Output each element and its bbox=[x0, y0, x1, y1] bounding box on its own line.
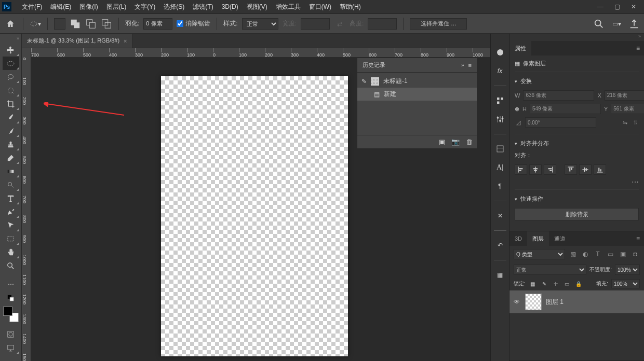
menu-view[interactable]: 视图(V) bbox=[243, 0, 272, 14]
tab-channels[interactable]: 通道 bbox=[549, 231, 571, 246]
fill-select[interactable]: 100% bbox=[611, 279, 640, 288]
marquee-tool[interactable] bbox=[3, 57, 19, 70]
history-snapshot-icon[interactable]: 📷 bbox=[451, 138, 460, 146]
lasso-tool[interactable] bbox=[3, 70, 19, 84]
quick-actions-section[interactable]: ▾快速操作 bbox=[515, 193, 639, 205]
menu-help[interactable]: 帮助(H) bbox=[336, 0, 365, 14]
history-create-doc-icon[interactable]: ▣ bbox=[439, 138, 445, 146]
layer-filter-select[interactable]: Q 类型 bbox=[514, 249, 565, 259]
menu-file[interactable]: 文件(F) bbox=[18, 0, 46, 14]
color-swatch[interactable] bbox=[3, 307, 19, 322]
filter-smart-icon[interactable]: ▣ bbox=[618, 249, 627, 259]
minimize-icon[interactable]: — bbox=[592, 1, 609, 13]
history-panel-icon[interactable]: ↶ bbox=[494, 239, 506, 252]
opacity-select[interactable]: 100% bbox=[615, 265, 640, 275]
workspace-icon[interactable]: ▭▾ bbox=[611, 18, 622, 30]
new-selection-button[interactable] bbox=[54, 18, 65, 30]
library-panel-icon[interactable] bbox=[494, 143, 506, 155]
remove-bg-button[interactable]: 删除背景 bbox=[515, 208, 639, 220]
flip-h-icon[interactable]: ⇋ bbox=[621, 119, 628, 126]
antialias-checkbox[interactable]: 消除锯齿 bbox=[177, 19, 210, 28]
menu-layer[interactable]: 图层(L) bbox=[102, 0, 131, 14]
screen-mode-icon[interactable] bbox=[3, 341, 19, 354]
menu-plugins[interactable]: 增效工具 bbox=[272, 0, 305, 14]
align-hcenter-button[interactable] bbox=[529, 164, 542, 175]
search-icon[interactable] bbox=[593, 18, 605, 30]
lock-artboard-icon[interactable]: ▭ bbox=[563, 280, 571, 288]
tools-panel-icon[interactable]: ✕ bbox=[494, 210, 506, 222]
visibility-icon[interactable]: 👁 bbox=[514, 298, 521, 306]
home-button[interactable] bbox=[4, 18, 17, 30]
canvas[interactable] bbox=[161, 76, 348, 356]
y-field[interactable] bbox=[611, 104, 644, 114]
subtract-selection-button[interactable] bbox=[85, 18, 97, 30]
layer-thumb[interactable] bbox=[525, 294, 542, 310]
layer-name[interactable]: 图层 1 bbox=[546, 298, 564, 307]
feather-input[interactable] bbox=[143, 18, 172, 30]
shape-tool[interactable] bbox=[3, 232, 19, 245]
pen-tool[interactable] bbox=[3, 205, 19, 218]
history-collapse-icon[interactable]: » bbox=[461, 62, 464, 68]
filter-image-icon[interactable]: ▧ bbox=[568, 249, 578, 259]
transform-section[interactable]: ▾变换 bbox=[515, 75, 639, 87]
x-field[interactable] bbox=[605, 90, 644, 101]
close-icon[interactable]: ✕ bbox=[625, 1, 642, 13]
stamp-tool[interactable] bbox=[3, 137, 19, 151]
add-selection-button[interactable] bbox=[70, 18, 81, 30]
zoom-tool[interactable] bbox=[3, 259, 19, 272]
blend-mode-select[interactable]: 正常 bbox=[514, 265, 586, 275]
lock-all-icon[interactable]: 🔒 bbox=[574, 280, 583, 288]
info-panel-icon[interactable]: ▦ bbox=[494, 269, 506, 281]
link-wh-icon[interactable]: ⊗ bbox=[515, 106, 519, 113]
gradient-tool[interactable] bbox=[3, 164, 19, 178]
hand-tool[interactable] bbox=[3, 245, 19, 259]
layer-row[interactable]: 👁 图层 1 bbox=[509, 290, 644, 313]
select-mask-button[interactable]: 选择并遮住 … bbox=[410, 18, 467, 30]
menu-edit[interactable]: 编辑(E) bbox=[46, 0, 75, 14]
height-field[interactable] bbox=[530, 104, 601, 114]
tab-3d[interactable]: 3D bbox=[509, 231, 527, 246]
eyedropper-tool[interactable] bbox=[3, 110, 19, 124]
properties-tab[interactable]: 属性 bbox=[509, 41, 531, 55]
filter-adjust-icon[interactable]: ◐ bbox=[581, 249, 590, 259]
lock-paint-icon[interactable]: ✎ bbox=[540, 280, 548, 288]
close-tab-icon[interactable]: × bbox=[124, 38, 127, 44]
filter-type-icon[interactable]: T bbox=[593, 249, 602, 259]
lock-pixels-icon[interactable]: ▦ bbox=[529, 280, 537, 288]
align-section[interactable]: ▾对齐并分布 bbox=[515, 137, 639, 149]
history-state-new[interactable]: ▤ 新建 bbox=[357, 88, 477, 101]
fx-panel-icon[interactable]: fx bbox=[494, 65, 506, 77]
quick-mask-icon[interactable] bbox=[3, 327, 19, 341]
dodge-tool[interactable] bbox=[3, 178, 19, 191]
toolbar-expand-icon[interactable]: » bbox=[0, 36, 21, 43]
intersect-selection-button[interactable] bbox=[101, 18, 112, 30]
align-top-button[interactable] bbox=[565, 164, 577, 175]
share-icon[interactable] bbox=[628, 18, 640, 30]
document-tab[interactable]: 未标题-1 @ 33.3% (图层 1, RGB/8#) × bbox=[22, 34, 132, 48]
adjustments-panel-icon[interactable] bbox=[494, 113, 506, 126]
menu-image[interactable]: 图像(I) bbox=[75, 0, 102, 14]
align-more-icon[interactable]: ⋯ bbox=[515, 178, 639, 186]
crop-tool[interactable] bbox=[3, 97, 19, 110]
menu-filter[interactable]: 滤镜(T) bbox=[189, 0, 217, 14]
properties-menu-icon[interactable]: ≡ bbox=[632, 41, 644, 55]
angle-field[interactable] bbox=[525, 117, 596, 128]
maximize-icon[interactable]: ▢ bbox=[609, 1, 625, 13]
flip-v-icon[interactable]: ⥮ bbox=[632, 119, 639, 126]
lock-position-icon[interactable]: ✛ bbox=[552, 280, 560, 288]
panels-expand-icon[interactable]: » bbox=[509, 34, 644, 41]
brushes-panel-icon[interactable] bbox=[494, 94, 506, 107]
color-panel-icon[interactable] bbox=[494, 46, 506, 59]
move-tool[interactable] bbox=[3, 43, 19, 57]
menu-window[interactable]: 窗口(W) bbox=[305, 0, 336, 14]
default-colors-icon[interactable] bbox=[3, 291, 19, 304]
character-panel-icon[interactable]: A| bbox=[494, 161, 506, 174]
menu-3d[interactable]: 3D(D) bbox=[218, 0, 243, 14]
edit-toolbar[interactable]: ⋯ bbox=[3, 277, 19, 291]
align-left-button[interactable] bbox=[515, 164, 527, 175]
align-vcenter-button[interactable] bbox=[579, 164, 592, 175]
marquee-tool-icon[interactable]: ▾ bbox=[30, 18, 41, 30]
quick-select-tool[interactable] bbox=[3, 84, 19, 97]
history-delete-icon[interactable]: 🗑 bbox=[466, 138, 473, 146]
width-field[interactable] bbox=[523, 90, 594, 101]
